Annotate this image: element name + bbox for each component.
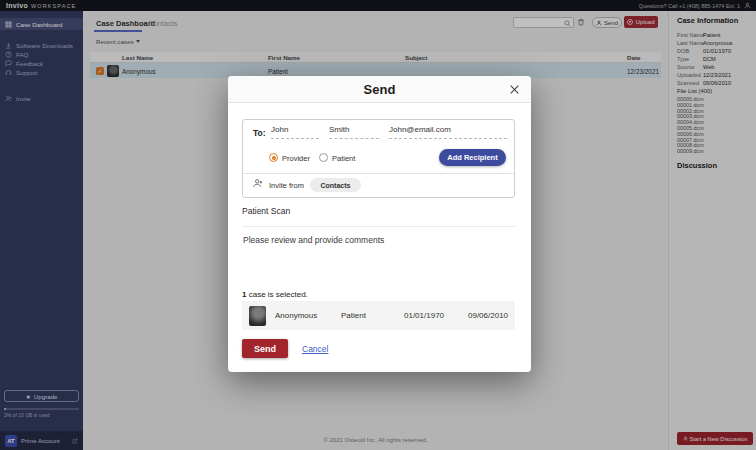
selected-count-line: 1 case is selected. xyxy=(242,290,308,299)
case-first-name: Patient xyxy=(341,311,366,320)
radio-patient[interactable] xyxy=(319,153,328,162)
invite-from-label: Invite from xyxy=(269,181,304,190)
case-thumbnail xyxy=(249,306,266,326)
subject-input[interactable]: Patient Scan xyxy=(242,206,290,216)
message-input[interactable]: Please review and provide comments xyxy=(243,235,384,245)
selected-count-rest: case is selected. xyxy=(246,290,307,299)
modal-title: Send xyxy=(228,76,531,103)
radio-provider[interactable] xyxy=(269,153,278,162)
contacts-button[interactable]: Contacts xyxy=(310,178,361,192)
recipient-first-name-input[interactable]: John xyxy=(271,125,319,139)
modal-send-button[interactable]: Send xyxy=(242,339,288,358)
send-modal: Send To: John Smith John@email.com Provi… xyxy=(228,76,531,372)
to-label: To: xyxy=(253,128,266,138)
selected-case-row: Anonymous Patient 01/01/1970 09/06/2010 xyxy=(242,301,515,330)
app-root: Invivo WORKSPACE Questions? Call +1 (408… xyxy=(0,0,756,450)
recipient-group: To: John Smith John@email.com Provider P… xyxy=(242,119,515,198)
modal-cancel-link[interactable]: Cancel xyxy=(302,344,328,354)
case-dob: 01/01/1970 xyxy=(404,311,444,320)
person-add-icon xyxy=(253,178,263,188)
case-last-name: Anonymous xyxy=(275,311,317,320)
radio-provider-label[interactable]: Provider xyxy=(282,154,310,163)
case-scan-date: 09/06/2010 xyxy=(468,311,508,320)
group-divider xyxy=(243,173,514,174)
add-recipient-button[interactable]: Add Recipient xyxy=(439,149,506,166)
divider xyxy=(242,226,515,227)
recipient-last-name-input[interactable]: Smith xyxy=(329,125,379,139)
recipient-email-input[interactable]: John@email.com xyxy=(389,125,507,139)
radio-patient-label[interactable]: Patient xyxy=(332,154,355,163)
close-icon[interactable] xyxy=(508,83,521,96)
